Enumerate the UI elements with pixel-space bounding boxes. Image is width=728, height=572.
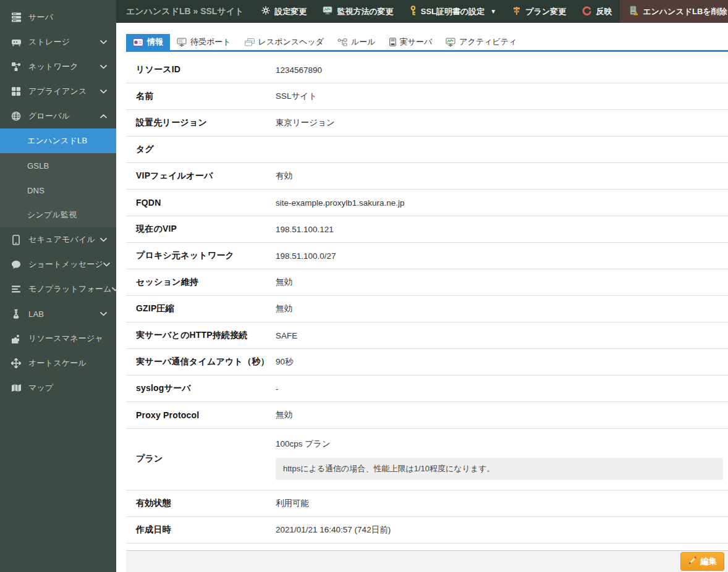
pencil-icon bbox=[688, 556, 697, 567]
sidebar-item-label: オートスケール bbox=[28, 358, 108, 369]
row-label: プロキシ元ネットワーク bbox=[126, 250, 276, 261]
sidebar-item-simple-monitor[interactable]: シンプル監視 bbox=[0, 203, 116, 227]
plan-note: httpsによる通信の場合、性能上限は1/10程度になります。 bbox=[276, 458, 723, 480]
row-label: 現在のVIP bbox=[126, 224, 276, 235]
row-value: 2021/01/21 16:40:57 (742日前) bbox=[276, 524, 728, 536]
sidebar-item-label: アプライアンス bbox=[28, 86, 100, 97]
autoscale-icon bbox=[10, 358, 22, 369]
sidebar-item-gslb[interactable]: GSLB bbox=[0, 153, 116, 178]
apply-button[interactable]: 反映 bbox=[574, 0, 620, 23]
table-row: Proxy Protocol 無効 bbox=[126, 402, 728, 429]
rule-icon bbox=[337, 38, 347, 46]
table-row: 実サーバ通信タイムアウト（秒） 90秒 bbox=[126, 349, 728, 376]
breadcrumb: エンハンスドLB » SSLサイト bbox=[116, 0, 253, 23]
sidebar-item-enhanced-lb[interactable]: エンハンスドLB bbox=[0, 128, 116, 153]
tab-real-server[interactable]: 実サーバ bbox=[383, 34, 439, 50]
tab-rule[interactable]: ルール bbox=[331, 34, 383, 50]
settings-change-button[interactable]: 設定変更 bbox=[253, 0, 315, 23]
edit-button[interactable]: 編集 bbox=[680, 552, 724, 571]
sidebar-item-label: GSLB bbox=[27, 161, 108, 170]
button-label: エンハンスドLBを削除 bbox=[643, 6, 727, 17]
table-row: リソースID 1234567890 bbox=[126, 57, 728, 83]
table-row: 現在のVIP 198.51.100.121 bbox=[126, 216, 728, 243]
detail-table: リソースID 1234567890 名前 SSLサイト 設置先リージョン 東京リ… bbox=[126, 57, 728, 544]
row-value: 198.51.100.0/27 bbox=[276, 251, 728, 261]
sidebar-item-global[interactable]: グローバル bbox=[0, 104, 116, 128]
chevron-down-icon bbox=[100, 238, 108, 242]
plan-change-button[interactable]: プラン変更 bbox=[504, 0, 574, 23]
sidebar-item-server[interactable]: サーバ bbox=[0, 5, 116, 30]
gear-icon bbox=[261, 6, 270, 17]
tab-label: 待受ポート bbox=[190, 36, 231, 48]
sidebar-item-label: DNS bbox=[27, 186, 108, 195]
signpost-icon bbox=[512, 6, 521, 17]
monitoring-method-button[interactable]: 監視方法の変更 bbox=[315, 0, 401, 23]
row-label: タグ bbox=[126, 144, 276, 155]
sidebar-item-secure-mobile[interactable]: セキュアモバイル bbox=[0, 227, 116, 252]
sidebar-item-lab[interactable]: LAB bbox=[0, 301, 116, 326]
row-label: Proxy Protocol bbox=[126, 410, 276, 420]
tab-response-header[interactable]: レスポンスヘッダ bbox=[238, 34, 331, 50]
sidebar-item-label: ショートメッセージ bbox=[28, 259, 103, 270]
chevron-down-icon bbox=[100, 65, 108, 69]
row-value: 利用可能 bbox=[276, 498, 728, 509]
sidebar-item-short-message[interactable]: ショートメッセージ bbox=[0, 252, 116, 277]
table-row: タグ bbox=[126, 137, 728, 163]
row-value: 1234567890 bbox=[276, 65, 728, 75]
sidebar-item-network[interactable]: ネットワーク bbox=[0, 54, 116, 79]
info-icon bbox=[133, 38, 143, 46]
table-row: セッション維持 無効 bbox=[126, 269, 728, 296]
message-icon bbox=[10, 259, 22, 270]
tab-label: レスポンスヘッダ bbox=[258, 36, 324, 48]
sidebar-item-dns[interactable]: DNS bbox=[0, 178, 116, 203]
sidebar-item-label: グローバル bbox=[28, 111, 100, 122]
network-icon bbox=[10, 61, 22, 72]
sidebar-item-label: リソースマネージャ bbox=[28, 333, 108, 344]
sidebar-item-label: モノプラットフォーム bbox=[28, 284, 112, 295]
server-icon bbox=[10, 12, 22, 23]
sidebar-item-storage[interactable]: ストレージ bbox=[0, 30, 116, 54]
button-label: SSL証明書の設定 bbox=[421, 6, 485, 17]
sidebar-item-label: ストレージ bbox=[28, 36, 100, 48]
storage-icon bbox=[10, 36, 22, 48]
table-row: 有効状態 利用可能 bbox=[126, 490, 728, 517]
globe-icon bbox=[10, 111, 22, 122]
tab-listen-port[interactable]: 待受ポート bbox=[170, 34, 238, 50]
table-row: syslogサーバ - bbox=[126, 376, 728, 402]
sidebar-item-map[interactable]: マップ bbox=[0, 376, 116, 400]
delete-lb-button[interactable]: エンハンスドLBを削除 bbox=[620, 0, 728, 23]
edit-button-label: 編集 bbox=[701, 556, 717, 567]
tab-label: 情報 bbox=[147, 36, 163, 48]
sidebar-item-appliance[interactable]: アプライアンス bbox=[0, 79, 116, 104]
map-icon bbox=[10, 382, 22, 393]
flask-icon bbox=[10, 308, 22, 319]
mobile-icon bbox=[10, 234, 22, 245]
row-value: 有効 bbox=[276, 170, 728, 182]
chevron-down-icon bbox=[103, 263, 111, 267]
button-label: 反映 bbox=[596, 6, 612, 17]
button-label: 設定変更 bbox=[274, 6, 307, 17]
row-value: 東京リージョン bbox=[276, 117, 728, 128]
sidebar-item-label: ネットワーク bbox=[28, 61, 100, 72]
tab-bar: 情報 待受ポート レスポンスヘッダ ルール bbox=[126, 34, 728, 52]
sidebar-item-autoscale[interactable]: オートスケール bbox=[0, 351, 116, 376]
sidebar-item-label: エンハンスドLB bbox=[27, 135, 108, 146]
content-area: 情報 待受ポート レスポンスヘッダ ルール bbox=[116, 23, 728, 544]
table-row: 設置先リージョン 東京リージョン bbox=[126, 110, 728, 137]
ssl-cert-settings-button[interactable]: SSL証明書の設定 ▼ bbox=[402, 0, 505, 23]
table-row: 実サーバとのHTTP持続接続 SAFE bbox=[126, 322, 728, 349]
row-value: SAFE bbox=[276, 331, 728, 340]
tab-activity[interactable]: アクティビティ bbox=[439, 34, 523, 50]
sidebar-item-label: シンプル監視 bbox=[27, 209, 108, 221]
row-label: リソースID bbox=[126, 64, 276, 75]
row-label: 設置先リージョン bbox=[126, 117, 276, 128]
sidebar-item-resource-manager[interactable]: リソースマネージャ bbox=[0, 326, 116, 351]
tab-info[interactable]: 情報 bbox=[126, 34, 170, 50]
row-label: FQDN bbox=[126, 198, 276, 208]
main-area: エンハンスドLB » SSLサイト 設定変更 監視方法の変更 SSL証明書の設定 bbox=[116, 0, 728, 572]
table-row: 名前 SSLサイト bbox=[126, 83, 728, 110]
row-label: プラン bbox=[126, 453, 276, 465]
sidebar-item-mono-platform[interactable]: モノプラットフォーム bbox=[0, 277, 116, 301]
row-label: 作成日時 bbox=[126, 524, 276, 536]
table-row: プロキシ元ネットワーク 198.51.100.0/27 bbox=[126, 243, 728, 269]
